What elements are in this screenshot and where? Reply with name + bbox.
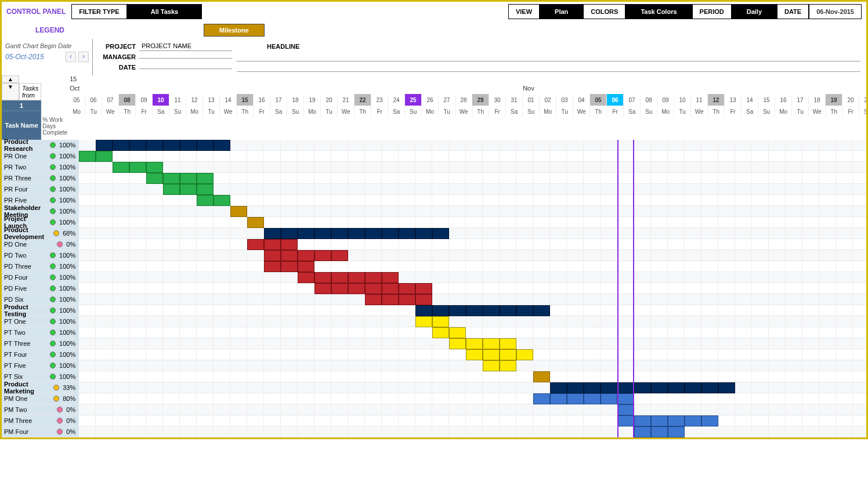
gantt-cell xyxy=(786,272,802,283)
tasks-from-input[interactable]: Tasks from xyxy=(19,83,41,100)
period-dropdown[interactable]: Daily xyxy=(732,4,777,19)
task-label[interactable]: PM Four xyxy=(2,426,46,437)
gantt-cell xyxy=(96,404,113,415)
gantt-cell xyxy=(634,316,651,327)
gantt-cell xyxy=(348,316,365,327)
gantt-cell xyxy=(79,283,96,294)
task-label[interactable]: Product Testing xyxy=(2,305,46,316)
colors-dropdown[interactable]: Task Colors xyxy=(625,4,692,19)
task-label[interactable]: PD Five xyxy=(2,283,46,294)
task-label[interactable]: PD Two xyxy=(2,250,46,261)
task-label[interactable]: PR One xyxy=(2,151,46,162)
gantt-cell xyxy=(668,404,685,415)
gantt-cell xyxy=(769,294,786,305)
gantt-row xyxy=(79,162,868,173)
task-label[interactable]: PT One xyxy=(2,316,46,327)
gantt-cell xyxy=(96,426,113,437)
gantt-cell xyxy=(449,195,466,206)
gantt-cell xyxy=(601,261,617,272)
gantt-cell xyxy=(415,393,432,404)
gantt-cell xyxy=(786,261,802,272)
gantt-cell xyxy=(651,393,668,404)
gantt-cell xyxy=(298,294,314,305)
task-label[interactable]: Product Development xyxy=(2,228,46,239)
task-label[interactable]: PD Three xyxy=(2,261,46,272)
gantt-cell xyxy=(180,173,197,184)
dow-cell: Fr xyxy=(489,106,506,117)
gantt-cell xyxy=(180,283,197,294)
task-label[interactable]: PR Three xyxy=(2,173,46,184)
manager-input[interactable] xyxy=(139,56,232,59)
gantt-cell xyxy=(180,404,197,415)
task-label[interactable]: Product Marketing xyxy=(2,382,46,393)
gantt-cell xyxy=(113,151,129,162)
task-label[interactable]: PR Four xyxy=(2,184,46,195)
gantt-cell xyxy=(96,338,113,349)
task-label[interactable]: PM Two xyxy=(2,404,46,415)
scroll-up-button[interactable]: ▲ xyxy=(2,75,19,83)
gantt-cell xyxy=(634,382,651,393)
task-label[interactable]: PM One xyxy=(2,393,46,404)
task-label[interactable]: PT Four xyxy=(2,349,46,360)
gantt-cell xyxy=(550,360,567,371)
date-prev-button[interactable]: ‹ xyxy=(66,52,76,62)
gantt-cell xyxy=(79,294,96,305)
task-label[interactable]: PT Two xyxy=(2,327,46,338)
gantt-cell xyxy=(853,228,868,239)
task-label[interactable]: PT Five xyxy=(2,360,46,371)
gantt-cell xyxy=(533,272,550,283)
gantt-cell xyxy=(79,382,96,393)
colors-label: COLORS xyxy=(583,4,625,19)
gantt-cell xyxy=(685,239,701,250)
date-next-button[interactable]: › xyxy=(78,52,89,62)
status-dot-icon xyxy=(50,153,56,159)
gantt-cell xyxy=(281,283,298,294)
gantt-cell xyxy=(348,184,365,195)
scroll-down-button[interactable]: ▼ xyxy=(2,83,19,100)
date-input[interactable]: 06-Nov-2015 xyxy=(809,4,862,19)
project-info: PROJECT PROJECT NAME HEADLINE MANAGER DA… xyxy=(93,39,866,75)
gantt-cell xyxy=(399,371,415,382)
task-label-column: Product ResearchPR OnePR TwoPR ThreePR F… xyxy=(2,140,46,437)
gantt-cell xyxy=(718,162,735,173)
gantt-cell xyxy=(617,415,634,426)
gantt-cell xyxy=(634,283,651,294)
status-dot-icon xyxy=(50,175,56,181)
date-row-input[interactable] xyxy=(139,66,232,69)
task-label[interactable]: PT Three xyxy=(2,338,46,349)
task-label[interactable]: PM Three xyxy=(2,415,46,426)
gantt-cell xyxy=(836,250,853,261)
gantt-cell xyxy=(146,195,163,206)
gantt-cell xyxy=(651,316,668,327)
gantt-app: CONTROL PANEL FILTER TYPE All Tasks VIEW… xyxy=(2,2,866,437)
filter-type-dropdown[interactable]: All Tasks xyxy=(127,4,202,19)
gantt-cell xyxy=(634,327,651,338)
gantt-cell xyxy=(281,261,298,272)
gantt-cell xyxy=(651,426,668,437)
pct-value: 100% xyxy=(59,318,75,325)
gantt-cell xyxy=(584,239,601,250)
task-label[interactable]: Product Research xyxy=(2,140,46,151)
gantt-cell xyxy=(197,426,214,437)
gantt-cell xyxy=(163,327,180,338)
gantt-cell xyxy=(634,294,651,305)
gantt-cell xyxy=(567,382,584,393)
task-label[interactable]: PD Four xyxy=(2,272,46,283)
gantt-cell xyxy=(415,162,432,173)
gantt-cell xyxy=(516,206,533,217)
gantt-cell xyxy=(617,316,634,327)
task-label[interactable]: PD One xyxy=(2,239,46,250)
gantt-cell xyxy=(449,228,466,239)
pct-value: 100% xyxy=(59,175,75,182)
gantt-cell xyxy=(163,250,180,261)
gantt-cell xyxy=(214,305,230,316)
period-label: PERIOD xyxy=(692,4,732,19)
view-dropdown[interactable]: Plan xyxy=(540,4,583,19)
headline-input-2[interactable] xyxy=(237,64,860,72)
headline-input[interactable] xyxy=(237,53,860,62)
gantt-cell xyxy=(129,151,146,162)
gantt-cell xyxy=(348,217,365,228)
task-label[interactable]: PR Two xyxy=(2,162,46,173)
status-dot-icon xyxy=(50,186,56,192)
project-name-input[interactable]: PROJECT NAME xyxy=(139,41,232,51)
